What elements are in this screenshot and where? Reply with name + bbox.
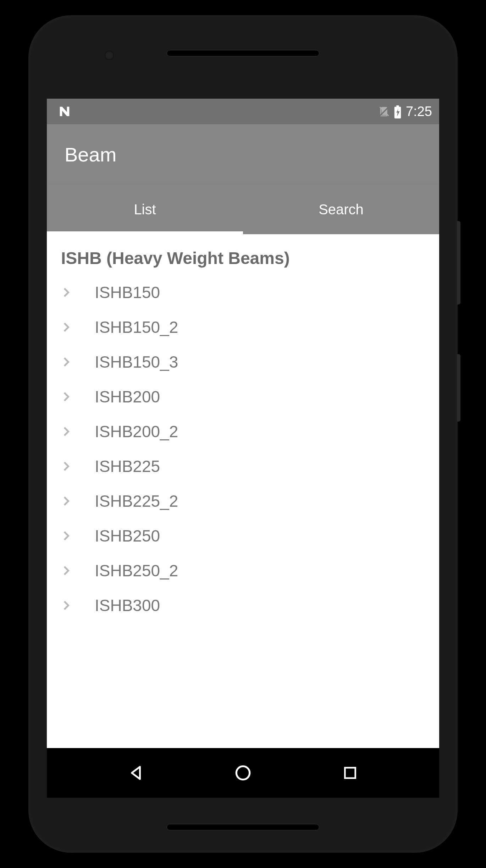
status-left	[57, 104, 72, 119]
chevron-right-icon	[61, 391, 72, 402]
tab-search-label: Search	[319, 202, 364, 218]
phone-frame: 7:25 Beam List Search ISHB (Heavy Weight…	[0, 0, 486, 868]
chevron-right-icon	[61, 600, 72, 611]
chevron-right-icon	[61, 322, 72, 333]
recent-apps-button[interactable]	[339, 762, 361, 784]
section-header: ISHB (Heavy Weight Beams)	[47, 248, 439, 275]
volume-button	[457, 221, 460, 304]
list-item[interactable]: ISHB250_2	[47, 553, 439, 588]
chevron-right-icon	[61, 496, 72, 506]
status-time: 7:25	[406, 104, 432, 119]
svg-rect-4	[345, 768, 355, 778]
back-button[interactable]	[125, 762, 147, 784]
list-item-label: ISHB150_2	[95, 318, 178, 337]
chevron-right-icon	[61, 461, 72, 472]
phone-speaker	[167, 50, 319, 56]
chevron-right-icon	[61, 531, 72, 541]
list-item-label: ISHB225	[95, 457, 160, 476]
screen: 7:25 Beam List Search ISHB (Heavy Weight…	[47, 99, 439, 798]
tab-bar: List Search	[47, 185, 439, 234]
svg-rect-2	[396, 105, 399, 107]
phone-body: 7:25 Beam List Search ISHB (Heavy Weight…	[28, 15, 458, 853]
list-item-label: ISHB200	[95, 387, 160, 406]
list-item[interactable]: ISHB250	[47, 518, 439, 553]
battery-charging-icon	[394, 105, 402, 117]
list-item-label: ISHB225_2	[95, 491, 178, 511]
list-item-label: ISHB250	[95, 526, 160, 545]
list-item[interactable]: ISHB225	[47, 449, 439, 484]
no-sim-icon	[379, 106, 390, 117]
list-item[interactable]: ISHB200_2	[47, 414, 439, 449]
app-title: Beam	[65, 143, 116, 166]
list-item[interactable]: ISHB225_2	[47, 484, 439, 518]
tab-list[interactable]: List	[47, 185, 243, 234]
list-item-label: ISHB200_2	[95, 422, 178, 441]
content-area[interactable]: ISHB (Heavy Weight Beams) ISHB150ISHB150…	[47, 234, 439, 748]
beam-list: ISHB150ISHB150_2ISHB150_3ISHB200ISHB200_…	[47, 275, 439, 623]
list-item[interactable]: ISHB150_3	[47, 345, 439, 379]
android-nav-bar	[47, 748, 439, 798]
front-camera	[105, 51, 114, 60]
home-button[interactable]	[232, 762, 254, 784]
status-bar: 7:25	[47, 99, 439, 124]
status-right: 7:25	[379, 104, 432, 119]
list-item-label: ISHB300	[95, 596, 160, 615]
chevron-right-icon	[61, 357, 72, 367]
list-item[interactable]: ISHB200	[47, 379, 439, 414]
list-item-label: ISHB250_2	[95, 561, 178, 580]
list-item-label: ISHB150	[95, 283, 160, 302]
bottom-speaker	[167, 824, 319, 830]
list-item[interactable]: ISHB150	[47, 275, 439, 310]
app-bar: Beam	[47, 124, 439, 185]
power-button	[457, 354, 460, 422]
list-item[interactable]: ISHB300	[47, 588, 439, 623]
android-n-icon	[57, 104, 72, 119]
tab-list-label: List	[134, 202, 156, 218]
chevron-right-icon	[61, 426, 72, 437]
list-item-label: ISHB150_3	[95, 352, 178, 372]
svg-point-3	[236, 766, 250, 780]
tab-search[interactable]: Search	[243, 185, 439, 234]
chevron-right-icon	[61, 565, 72, 576]
list-item[interactable]: ISHB150_2	[47, 310, 439, 345]
chevron-right-icon	[61, 287, 72, 298]
